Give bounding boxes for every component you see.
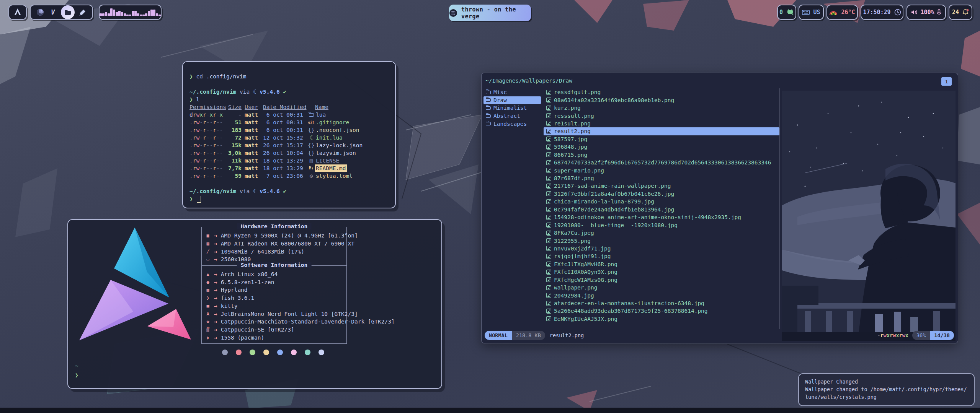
palette-dot: [222, 350, 228, 355]
neovim-icon[interactable]: V: [48, 8, 57, 17]
prompt-context-line: ~/.config/nvim via ☾ v5.4.6 ✔: [189, 187, 395, 195]
file-row[interactable]: 217167-sad-anime-rain-wallpaper.png: [544, 182, 779, 190]
tab-indicator[interactable]: 1: [941, 77, 952, 86]
sidebar-item-misc[interactable]: Misc: [483, 88, 541, 96]
file-row[interactable]: rsjqojlmjhf91.jpg: [544, 252, 779, 260]
braces-icon: {}: [307, 126, 315, 134]
fetch-line: ▩→Hyprland: [204, 286, 346, 294]
file-row[interactable]: kurz.png: [544, 104, 779, 112]
file-row[interactable]: FXfcII0X0AQyn9X.png: [544, 268, 779, 276]
sidebar-item-draw[interactable]: Draw: [483, 96, 541, 104]
shell-prompt-line[interactable]: ❯: [189, 195, 395, 203]
display-icon: ▭: [204, 257, 212, 262]
file-name: 3122955.png: [554, 238, 591, 244]
clock-widget[interactable]: 17:50:29: [861, 5, 903, 20]
permissions-cell: .rw-r--r--: [189, 172, 225, 180]
file-row[interactable]: 87r687df.png: [544, 174, 779, 182]
permissions-cell: .rw-r--r--: [189, 149, 225, 157]
keyboard-layout-widget[interactable]: US: [799, 5, 824, 20]
user-cell: matt: [245, 126, 260, 134]
fetch-line: ❯→fish 3.6.1: [204, 294, 346, 302]
cava-bar: [134, 11, 137, 16]
keyboard-icon: [802, 10, 810, 15]
breadcrumb-path: ~/Imagenes/Wallpapers/Draw: [485, 78, 572, 84]
weather-widget[interactable]: 26°C: [826, 5, 858, 20]
size-cell: 51: [225, 119, 242, 126]
folder-name: Minimalist: [493, 105, 527, 111]
hardware-info-title: Hardware Information: [237, 223, 312, 229]
file-row[interactable]: nnvuv0xj2df71.jpg: [544, 245, 779, 252]
ls-row: .rw-r--r--59matt 7 oct 23:06⚙stylua.toml: [189, 172, 395, 180]
music-player-widget[interactable]: thrown - on the verge: [449, 5, 531, 21]
file-row[interactable]: 0c794faf07de24a4db4d4fb1eb813964.jpg: [544, 206, 779, 213]
shell-prompt[interactable]: ❯: [75, 372, 78, 378]
file-row[interactable]: 3122955.png: [544, 237, 779, 244]
user-cell: matt: [245, 172, 260, 180]
book-icon: ▤: [307, 157, 315, 164]
app-launcher-button[interactable]: [8, 5, 27, 20]
file-row[interactable]: 3126f7e9bbf21a8a4af0b67b041c6e26.jpg: [544, 190, 779, 198]
file-row[interactable]: 154928-odinokoe_anime-art-anime-okno-sin…: [544, 213, 779, 221]
check-icon: ✔: [283, 188, 286, 194]
file-row[interactable]: resssult.png: [544, 112, 779, 119]
command-arg: .config/nvim: [206, 73, 247, 80]
audio-widget[interactable]: 100%: [906, 5, 946, 20]
file-manager-dock-active[interactable]: [61, 5, 75, 19]
file-manager-window[interactable]: ~/Imagenes/Wallpapers/Draw 1 MiscDrawMin…: [481, 73, 958, 343]
firefox-icon[interactable]: [36, 8, 45, 17]
arrow-icon: →: [214, 287, 217, 293]
user-cell: matt: [245, 119, 260, 126]
notification-toast[interactable]: Wallpaper Changed Wallpaper changed to /…: [798, 373, 975, 406]
fetch-value: Hyprland: [221, 287, 248, 293]
file-row[interactable]: 20492984.jpg: [544, 291, 779, 299]
image-file-icon: [546, 254, 551, 259]
check-icon: ✔: [283, 89, 286, 95]
file-row[interactable]: 19201080-__blue-tinge__-1920×1080.jpg: [544, 221, 779, 229]
file-row[interactable]: FXfcJlTXgAMvH6R.png: [544, 260, 779, 268]
file-row[interactable]: 866715.png: [544, 151, 779, 159]
file-name: FXfcHgcWIAMzs0G.png: [554, 277, 617, 283]
file-name: 19201080-__blue-tinge__-1920×1080.jpg: [554, 222, 678, 228]
permissions-cell: .rw-r--r--: [189, 157, 225, 164]
fetch-window[interactable]: Hardware Information ▣→AMD Ryzen 9 5900X…: [67, 219, 442, 389]
software-info-box: Software Information ▲→Arch Linux x86_64…: [201, 265, 347, 344]
file-row[interactable]: FXfcHgcWIAMzs0G.png: [544, 276, 779, 284]
sidebar-item-abstract[interactable]: Abstract: [483, 112, 541, 120]
brush-icon[interactable]: [78, 8, 87, 17]
file-row[interactable]: 596848.jpg: [544, 143, 779, 151]
date-cell: 6 oct 00:31: [263, 126, 305, 134]
image-file-icon: [546, 246, 551, 251]
sidebar-item-minimalist[interactable]: Minimalist: [483, 104, 541, 112]
cava-bar: [102, 13, 105, 16]
image-file-icon: [546, 145, 551, 150]
gear-icon: ⚙: [307, 172, 315, 180]
size-cell: 183: [225, 126, 242, 134]
file-name: wallpaper.png: [554, 285, 598, 291]
file-row[interactable]: 5a266e448add93deab367d87173e9f25-6837886…: [544, 307, 779, 315]
file-row[interactable]: re1sult.png: [544, 120, 779, 127]
time-label: 17:50:29: [863, 9, 890, 16]
file-row[interactable]: 08a634fa02a32364f69ebc86a98eb1eb.png: [544, 96, 779, 104]
cava-bar: [105, 12, 107, 16]
git-icon: git: [307, 119, 315, 126]
file-row[interactable]: 68747470733a2f2f696d616765732d7769786d70…: [544, 159, 779, 166]
notifications-widget[interactable]: 24: [949, 5, 972, 20]
file-row[interactable]: ressdfgult.png: [544, 88, 779, 96]
file-row[interactable]: EeNKYgIUcAAJ5JX.png: [544, 315, 779, 323]
file-row[interactable]: super-mario.png: [544, 166, 779, 174]
github-notifications-widget[interactable]: 0: [777, 5, 796, 20]
ls-header-row: Permissions Size User Date Modified Name: [189, 103, 395, 111]
filename: .gitignore: [315, 119, 350, 126]
fetch-line: ▒→Catppuccin-SE [GTK2/3]: [204, 326, 346, 334]
file-row[interactable]: wallpaper.png: [544, 284, 779, 291]
file-row[interactable]: 587597.jpg: [544, 135, 779, 143]
sidebar-item-landscapes[interactable]: Landscapes: [483, 120, 541, 128]
file-row[interactable]: atardecer-en-la-montanas-ilustracion-634…: [544, 299, 779, 307]
file-row[interactable]: 8FKa7Cu.jpeg: [544, 229, 779, 237]
permissions-cell: .rw-r--r--: [189, 126, 225, 134]
file-row[interactable]: chica-mirando-la-luna-8799.jpg: [544, 198, 779, 205]
file-row[interactable]: result2.png: [544, 127, 779, 135]
terminal-window[interactable]: ❯ cd .config/nvim ~/.config/nvim via ☾ v…: [182, 61, 396, 208]
folder-icon: [486, 91, 491, 94]
filename: LICENSE: [315, 157, 340, 164]
